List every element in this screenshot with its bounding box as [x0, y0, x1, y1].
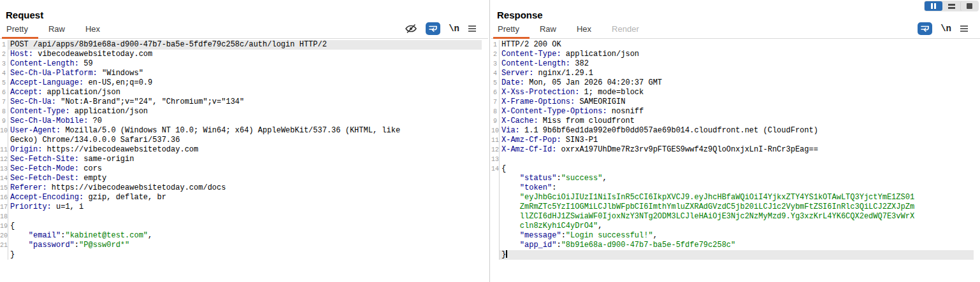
show-nonprintable-button[interactable]: \n — [449, 24, 459, 33]
line-number: 1 — [0, 40, 8, 50]
text-caret — [506, 250, 507, 258]
line-number: 8 — [491, 107, 500, 116]
panel-divider[interactable] — [489, 0, 490, 282]
code-line[interactable]: 6Accept: application/json — [0, 88, 482, 97]
line-number: 13 — [491, 155, 500, 164]
code-line[interactable]: 12X-Amz-Cf-Id: oxrxA197UhDme7Rz3rv9pFTGE… — [491, 145, 974, 155]
repeater-message-view: Request Pretty Raw Hex — [0, 0, 980, 282]
line-number — [491, 183, 500, 193]
request-tab-pretty[interactable]: Pretty — [5, 22, 29, 38]
code-line[interactable]: 5Date: Mon, 05 Jan 2026 04:20:37 GMT — [491, 78, 974, 88]
code-line[interactable]: 20 "email":"kabinet@test.com", — [0, 231, 482, 241]
line-number — [0, 136, 8, 145]
word-wrap-button[interactable] — [918, 22, 932, 35]
code-line[interactable]: 14Sec-Fetch-Dest: empty — [0, 174, 482, 183]
line-number: 20 — [0, 231, 8, 241]
code-line[interactable]: 19{ — [0, 222, 482, 231]
code-line[interactable]: 6X-Xss-Protection: 1; mode=block — [491, 88, 974, 97]
code-line[interactable]: 9X-Cache: Miss from cloudfront — [491, 116, 974, 126]
rows-layout-button[interactable] — [942, 1, 960, 11]
response-menu-button[interactable] — [960, 25, 969, 32]
line-number — [491, 212, 500, 222]
line-number: 5 — [0, 78, 8, 88]
code-line[interactable]: 13Sec-Fetch-Mode: cors — [0, 164, 482, 174]
code-line[interactable]: 2Content-Type: application/json — [491, 50, 974, 59]
hamburger-menu-icon — [960, 25, 969, 32]
response-editor[interactable]: 1HTTP/2 200 OK2Content-Type: application… — [491, 39, 980, 260]
line-number: 19 — [0, 222, 8, 231]
code-line[interactable]: "eyJhbGciOiJIUzI1NiIsInR5cCI6IkpXVCJ9.ey… — [491, 193, 974, 202]
code-line[interactable]: 14{ — [491, 164, 974, 174]
request-editor[interactable]: 1POST /api/apps/8b91e68a-d900-47b7-ba5e-… — [0, 39, 488, 260]
request-tabbar: Pretty Raw Hex — [0, 22, 488, 39]
request-panel-title: Request — [0, 0, 488, 20]
line-number: 2 — [0, 50, 8, 59]
line-number — [0, 250, 8, 260]
request-tab-hex[interactable]: Hex — [84, 22, 101, 38]
request-tab-raw[interactable]: Raw — [47, 22, 66, 38]
code-line[interactable]: 8Content-Type: application/json — [0, 107, 482, 116]
newline-glyph-icon: \n — [940, 24, 951, 33]
code-line[interactable]: 1POST /api/apps/8b91e68a-d900-47b7-ba5e-… — [0, 40, 482, 50]
code-line[interactable]: 21 "password":"P@ssw0rd*" — [0, 241, 482, 250]
code-line[interactable]: 3Content-Length: 382 — [491, 59, 974, 69]
code-line[interactable]: 8X-Content-Type-Options: nosniff — [491, 107, 974, 116]
code-line[interactable]: 17Priority: u=1, i — [0, 202, 482, 212]
code-line[interactable]: 15Referer: https://vibecodeawebsitetoday… — [0, 183, 482, 193]
code-line[interactable]: 12Sec-Fetch-Site: same-origin — [0, 155, 482, 164]
code-line[interactable]: } — [491, 250, 974, 260]
word-wrap-icon — [920, 24, 930, 34]
response-tab-pretty[interactable]: Pretty — [496, 22, 521, 38]
code-line[interactable]: 10User-Agent: Mozilla/5.0 (Windows NT 10… — [0, 126, 482, 136]
code-line[interactable]: 4Sec-Ch-Ua-Platform: "Windows" — [0, 69, 482, 78]
response-tab-hex[interactable]: Hex — [575, 22, 593, 38]
line-number: 12 — [0, 155, 8, 164]
code-line[interactable]: "app_id":"8b91e68a-d900-47b7-ba5e-5fdfe7… — [491, 241, 974, 250]
code-line[interactable]: 9Sec-Ch-Ua-Mobile: ?0 — [0, 116, 482, 126]
code-line[interactable]: "status":"success", — [491, 174, 974, 183]
response-panel: Response Pretty Raw Hex Render — [491, 0, 980, 282]
code-line[interactable]: 4Server: nginx/1.29.1 — [491, 69, 974, 78]
code-line[interactable]: 18 — [0, 212, 482, 222]
code-line[interactable]: "message":"Login successful!", — [491, 231, 974, 241]
newline-glyph-icon: \n — [449, 24, 459, 33]
word-wrap-button[interactable] — [426, 22, 440, 35]
line-number: 21 — [0, 241, 8, 250]
line-number: 10 — [0, 126, 8, 136]
eye-off-icon — [405, 24, 417, 34]
code-line[interactable]: 7Sec-Ch-Ua: "Not:A-Brand";v="24", "Chrom… — [0, 97, 482, 107]
request-menu-button[interactable] — [468, 25, 477, 32]
code-line[interactable]: 1HTTP/2 200 OK — [491, 40, 974, 50]
code-line[interactable]: 3Content-Length: 59 — [0, 59, 482, 69]
line-number: 11 — [491, 136, 500, 145]
code-line[interactable]: } — [0, 250, 482, 260]
line-number: 2 — [491, 50, 500, 59]
toggle-visibility-button[interactable] — [405, 24, 417, 34]
columns-layout-button[interactable] — [925, 1, 942, 11]
line-number: 9 — [491, 116, 500, 126]
single-panel-button[interactable] — [960, 1, 978, 11]
code-line[interactable]: ZmRmZTc5YzI1OGMiLCJlbWFpbCI6ImthYmluZXRA… — [491, 202, 974, 212]
show-nonprintable-button[interactable]: \n — [940, 24, 951, 33]
line-number: 6 — [0, 88, 8, 97]
code-line[interactable]: 16Accept-Encoding: gzip, deflate, br — [0, 193, 482, 202]
line-number: 16 — [0, 193, 8, 202]
code-line[interactable]: 10Via: 1.1 9b6bf6ed1da992e0fb0dd057ae69b… — [491, 126, 974, 136]
code-line[interactable]: Gecko) Chrome/134.0.0.0 Safari/537.36 — [0, 136, 482, 145]
line-number: 18 — [0, 212, 8, 222]
code-line[interactable]: 7X-Frame-Options: SAMEORIGIN — [491, 97, 974, 107]
line-number: 7 — [0, 97, 8, 107]
code-line[interactable]: 13 — [491, 155, 974, 164]
code-line[interactable]: llZCI6dHJ1ZSwiaWF0IjoxNzY3NTg2ODM3LCJleH… — [491, 212, 974, 222]
line-number: 7 — [491, 97, 500, 107]
code-line[interactable]: 11X-Amz-Cf-Pop: SIN3-P1 — [491, 136, 974, 145]
line-number — [491, 193, 500, 202]
code-line[interactable]: 5Accept-Language: en-US,en;q=0.9 — [0, 78, 482, 88]
line-number: 5 — [491, 78, 500, 88]
line-number: 15 — [0, 183, 8, 193]
response-tab-raw[interactable]: Raw — [538, 22, 558, 38]
code-line[interactable]: 2Host: vibecodeawebsitetoday.com — [0, 50, 482, 59]
code-line[interactable]: cln8zKyhiC4yDrO4", — [491, 222, 974, 231]
code-line[interactable]: "token": — [491, 183, 974, 193]
code-line[interactable]: 11Origin: https://vibecodeawebsitetoday.… — [0, 145, 482, 155]
